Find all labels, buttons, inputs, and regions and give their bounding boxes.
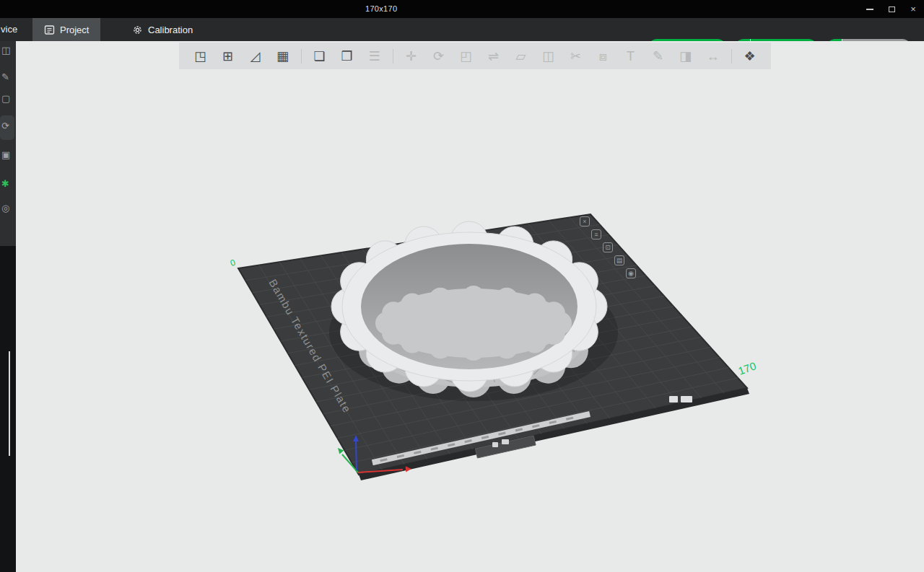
restore-icon bbox=[889, 6, 895, 12]
axis-label-left: 0 bbox=[229, 258, 237, 269]
project-icon bbox=[44, 25, 55, 35]
paint-icon: ✎ bbox=[649, 47, 668, 66]
paste-icon[interactable]: ❐ bbox=[338, 47, 357, 66]
viewport-toolbar: ◳⊞◿▦❏❐☰✛⟳◰⇌▱◫✂⧈T✎◨↔❖ bbox=[179, 43, 771, 69]
arrange-icon[interactable]: ▦ bbox=[274, 47, 292, 66]
seam-icon: ◨ bbox=[676, 47, 695, 66]
tab-calibration-label: Calibration bbox=[148, 25, 193, 35]
close-button[interactable]: × bbox=[902, 0, 924, 18]
add-plate-icon[interactable]: ⊞ bbox=[219, 47, 237, 66]
tab-calibration[interactable]: Calibration bbox=[121, 18, 204, 41]
sidebar-flower-icon[interactable]: ✱ bbox=[1, 178, 9, 189]
text-icon: T bbox=[622, 47, 640, 66]
plate-size-mark-1 bbox=[669, 396, 678, 402]
minimize-button[interactable] bbox=[859, 0, 881, 18]
plate-size-mark-2 bbox=[681, 396, 692, 402]
cut-icon: ✂ bbox=[567, 47, 585, 66]
window-controls: × bbox=[859, 0, 924, 18]
sidebar-objects-icon[interactable]: ▣ bbox=[1, 149, 10, 160]
viewport[interactable]: Bambu Textured PEI Plate 0 170 ◳⊞◿▦❏❐☰✛⟳… bbox=[16, 41, 924, 572]
plate-camera-icon[interactable]: ◉ bbox=[626, 268, 636, 278]
sidebar-panel-icon[interactable]: ▢ bbox=[1, 93, 10, 104]
add-object-icon[interactable]: ◳ bbox=[191, 47, 210, 66]
toolbar-separator bbox=[393, 49, 393, 63]
move-icon: ✛ bbox=[402, 47, 421, 66]
sidebar-edit-icon[interactable]: ✎ bbox=[1, 71, 9, 82]
left-sidebar: ◫✎▢⟳▣✱◎ bbox=[0, 41, 16, 246]
z-axis bbox=[356, 439, 357, 470]
window-title: 170x170 bbox=[365, 4, 397, 13]
plate-label-icon[interactable]: ▤ bbox=[614, 255, 624, 265]
import-icon[interactable]: ❏ bbox=[310, 47, 329, 66]
clone-icon: ⧈ bbox=[594, 47, 613, 66]
tab-bar: vice Project Calibration Upload Slice pl… bbox=[0, 18, 924, 41]
minimize-icon bbox=[866, 9, 873, 10]
gear-icon bbox=[132, 25, 143, 35]
title-bar: 170x170 × bbox=[0, 0, 924, 18]
plate-handle-camera-icon bbox=[502, 439, 509, 444]
plate-settings-icon[interactable]: ≡ bbox=[591, 229, 601, 239]
sidebar-scrollbar[interactable] bbox=[9, 351, 10, 456]
rotate-icon: ⟳ bbox=[430, 47, 448, 66]
viewport-3d-scene[interactable]: Bambu Textured PEI Plate 0 170 bbox=[16, 41, 924, 572]
plate-lock-icon[interactable]: ⊡ bbox=[603, 242, 613, 252]
sidebar-search-icon[interactable]: ◎ bbox=[1, 203, 9, 214]
sidebar-printer-icon[interactable]: ◫ bbox=[1, 45, 10, 56]
sidebar-sync-icon[interactable]: ⟳ bbox=[1, 120, 9, 131]
mirror-icon: ⇌ bbox=[484, 47, 503, 66]
tab-project[interactable]: Project bbox=[32, 18, 100, 41]
left-panel-edge bbox=[0, 246, 16, 572]
layers-icon: ☰ bbox=[365, 47, 384, 66]
toolbar-separator bbox=[731, 49, 732, 63]
measure-icon: ↔ bbox=[704, 47, 723, 66]
restore-button[interactable] bbox=[881, 0, 902, 18]
scale-icon: ◰ bbox=[457, 47, 476, 66]
plate-delete-icon[interactable]: × bbox=[580, 216, 590, 226]
lay-flat-icon: ▱ bbox=[512, 47, 531, 66]
tab-project-label: Project bbox=[60, 25, 89, 35]
split-icon: ◫ bbox=[539, 47, 558, 66]
toolbar-separator bbox=[301, 49, 302, 63]
axis-label-right: 170 bbox=[736, 359, 757, 377]
plate-handle-lock-icon bbox=[492, 442, 498, 447]
model-floor bbox=[380, 289, 567, 358]
tab-device-partial[interactable]: vice bbox=[1, 24, 17, 35]
assembly-view-icon[interactable]: ❖ bbox=[741, 47, 759, 66]
auto-orient-icon[interactable]: ◿ bbox=[246, 47, 265, 66]
